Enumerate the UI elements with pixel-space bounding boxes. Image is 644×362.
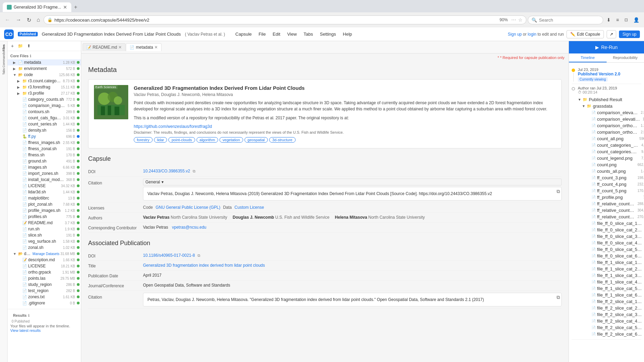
tree-item-description-md[interactable]: ▶ 📝 description.md 1.66 KB: [8, 257, 81, 263]
menu-capsule[interactable]: Capsule: [232, 30, 255, 38]
result-file-item[interactable]: 📄 file_ff_1_slice_cat_3.txt 334 B: [586, 272, 644, 279]
result-file-item[interactable]: 📄 comparison_elevatio... 1.3 MB: [586, 116, 644, 122]
capsule-github-link[interactable]: https://github.com/wenzeslaus/forestfrag…: [134, 124, 212, 129]
tree-item-zones[interactable]: ▶ 📄 zones.txt 1.61 KB: [8, 294, 81, 300]
result-file-item[interactable]: 📄 count.png 662.11 KB: [586, 161, 644, 168]
tree-item-zonal[interactable]: ▶ 📄 zonal.sh 1.02 KB: [8, 244, 81, 251]
result-file-item[interactable]: 📄 ff_count_5.png 170.65 KB: [586, 188, 644, 194]
tree-item-environment[interactable]: ▶ 📁 environment 572 B: [8, 65, 81, 72]
result-file-item[interactable]: 📄 file_ff_0_slice_cat_6.txt 462 B: [586, 253, 644, 259]
result-file-item[interactable]: 📄 file_ff_2_slice_cat_4.txt 628 B: [586, 318, 644, 324]
result-file-item[interactable]: 📄 ff_profile.png 7.4 KB: [586, 194, 644, 201]
tree-item-install-local[interactable]: ▶ 📄 install_local_modules.sh 368 B: [8, 177, 81, 183]
back-button[interactable]: ←: [3, 15, 12, 24]
tag-3d-structure[interactable]: 3d-structure: [269, 137, 296, 143]
result-file-item[interactable]: 📄 file_ff_1_slice_cat_6.txt 489 B: [586, 292, 644, 298]
window-icon[interactable]: ⊡: [622, 16, 630, 24]
tree-item-points[interactable]: ▶ 📄 points.las 29.75 MB: [8, 275, 81, 281]
file-tree-add-btn[interactable]: +: [10, 43, 15, 49]
tree-item-count-cats[interactable]: ▶ 📄 count_cats_figure.sh 3.01 KB: [8, 115, 81, 121]
result-file-item[interactable]: 📄 ff_relative_count_5... 270.42 KB: [586, 214, 644, 220]
tag-algorithm[interactable]: algorithm: [196, 137, 218, 143]
share-button[interactable]: ↗: [607, 30, 616, 38]
tree-item-ffness[interactable]: ▶ 📄 ffness.sh 170 B: [8, 152, 81, 158]
result-file-item[interactable]: 📄 count_all.png 596.2 KB: [586, 135, 644, 142]
sidebar-icon-commands[interactable]: Commands: [0, 54, 7, 65]
result-file-item[interactable]: 📄 file_ff_1_slice_cat_2.txt 431 B: [586, 266, 644, 272]
home-button[interactable]: ⌂: [35, 15, 42, 24]
browser-search-input[interactable]: [539, 17, 599, 23]
result-file-item[interactable]: 📄 file_ff_2_slice_cat_3.txt 651 B: [586, 311, 644, 318]
edit-capsule-button[interactable]: ✏️ Edit Capsule: [567, 30, 604, 38]
browser-tab-active[interactable]: Generalized 3D Fragme... ✕: [3, 2, 71, 12]
sidebar-icon-tabs[interactable]: Tabs: [0, 66, 7, 77]
result-file-item[interactable]: 📄 comparison_ortho.png 2.56 MB: [586, 129, 644, 135]
result-file-item[interactable]: 📄 file_ff_2_slice_cat_2.txt 427 B: [586, 305, 644, 311]
tag-geospatial[interactable]: geospatial: [245, 137, 268, 143]
result-file-item[interactable]: 📄 file_ff_0_slice_cat_1.txt 730 B: [586, 220, 644, 227]
tree-item-ffpy[interactable]: ▶ 🐍 ff.py 696 B: [8, 133, 81, 140]
tree-item-metadata[interactable]: ▶ 📄 metadata 1.28 KB: [8, 59, 81, 65]
menu-edit[interactable]: Edit: [269, 30, 284, 38]
menu-file[interactable]: File: [255, 30, 269, 38]
result-file-item[interactable]: 📄 count_legend.png 7.34 KB: [586, 155, 644, 161]
result-file-item[interactable]: 📄 file_ff_2_slice_cat_5.txt 648 B: [586, 324, 644, 331]
address-bar-input[interactable]: [55, 17, 496, 23]
tag-vegetation[interactable]: vegetation: [219, 137, 243, 143]
assoc-citation-copy-button[interactable]: ⧉: [557, 294, 560, 300]
result-file-item[interactable]: 📄 comparison_ortho_si... 1.37 MB: [586, 122, 644, 129]
tree-item-profile-images[interactable]: ▶ 📄 profile_images.sh 1.2 KB: [8, 207, 81, 214]
result-file-item[interactable]: 📄 file_ff_1_slice_cat_4.txt 650 B: [586, 279, 644, 285]
code-license-link[interactable]: GNU General Public License (GPL): [156, 205, 220, 210]
result-file-item[interactable]: 📄 ff_count_4.png 232.79 KB: [586, 181, 644, 188]
signup-button[interactable]: Sign up: [619, 31, 640, 38]
citation-copy-button[interactable]: ⧉: [557, 189, 560, 194]
result-file-item[interactable]: 📄 comparison_elevatio... 2.59 MB: [586, 109, 644, 116]
re-run-button[interactable]: ▶ Re-Run: [569, 41, 644, 53]
tab-close-icon[interactable]: ✕: [63, 4, 67, 10]
tree-item-ground[interactable]: ▶ 📄 ground.sh 491 B: [8, 158, 81, 164]
result-file-item[interactable]: 📄 file_ff_0_slice_cat_2.txt 410 B: [586, 227, 644, 233]
tag-lidar[interactable]: lidar: [154, 137, 167, 143]
result-file-item[interactable]: 📄 file_ff_2_slice_cat_6.txt 514 B: [586, 331, 644, 337]
result-file-item[interactable]: 📄 counts_all.png 1.44 MB: [586, 168, 644, 174]
result-file-item[interactable]: 📄 file_ff_1_slice_cat_1.txt 768 B: [586, 259, 644, 266]
tree-item-run[interactable]: ▶ 📄 run.sh 1.9 KB: [8, 226, 81, 232]
result-file-item[interactable]: 📄 ff_relative_count_3... 288.41 KB: [586, 201, 644, 207]
doi-copy-icon[interactable]: ⧉: [193, 169, 195, 173]
tree-item-plot-zonal[interactable]: ▶ 📄 plot_zonal.sh 7.68 KB: [8, 201, 81, 207]
doi-link[interactable]: 10.24433/CO.3986355.v2: [143, 169, 190, 173]
result-file-item[interactable]: 📄 count_categories_sim... 4.55 KB: [586, 142, 644, 148]
tab-metadata[interactable]: 📄 metadata ✕: [126, 43, 162, 51]
tab-timeline[interactable]: Timeline: [569, 53, 607, 62]
reload-button[interactable]: ↻: [25, 15, 33, 25]
tab-reproducibility[interactable]: Reproducibility: [607, 53, 644, 62]
result-file-item[interactable]: 📄 file_ff_1_slice_cat_5.txt 668 B: [586, 285, 644, 292]
assoc-doi-link[interactable]: 10.1186/s40965-017-0021-8: [143, 253, 195, 258]
new-tab-button[interactable]: +: [71, 3, 80, 12]
result-file-item[interactable]: 📄 count_categories.png 9.25 KB: [586, 148, 644, 155]
tree-item-density[interactable]: ▶ 📄 density.sh 156 B: [8, 127, 81, 133]
tree-item-comparison-images[interactable]: ▶ 📄 comparison_images.sh 5 KB: [8, 102, 81, 109]
tree-item-veg-surface[interactable]: ▶ 📄 veg_surface.sh 1.58 KB: [8, 238, 81, 244]
tab-readme[interactable]: 📝 README.md ✕: [83, 43, 126, 51]
assoc-doi-copy-icon[interactable]: ⧉: [198, 253, 200, 257]
menu-help[interactable]: Help: [339, 30, 356, 38]
result-file-item[interactable]: 📄 ff_count_3.png 198.24 KB: [586, 174, 644, 181]
result-file-item[interactable]: 📄 file_ff_2_slice_cat_1.txt 764 B: [586, 298, 644, 305]
tab-metadata-close-icon[interactable]: ✕: [154, 45, 158, 50]
bookmarks-icon[interactable]: ≡: [614, 16, 621, 24]
tree-item-import-zones[interactable]: ▶ 📄 import_zones.sh 398 B: [8, 170, 81, 177]
tree-item-license2[interactable]: ▶ 📄 LICENSE 18.21 KB: [8, 263, 81, 269]
tree-item-gitignore[interactable]: ▶ 📄 .gitignore 0 B: [8, 300, 81, 306]
view-latest-results-link[interactable]: View latest results: [10, 328, 40, 333]
login-link[interactable]: login: [528, 32, 536, 37]
result-file-item[interactable]: 📄 ff_relative_count_4... 304.17 KB: [586, 207, 644, 214]
result-file-item[interactable]: 📄 file_ff_0_slice_cat_3.txt 623 B: [586, 233, 644, 240]
tree-item-ortho[interactable]: ▶ 📄 ortho.grpack 1.91 MB: [8, 269, 81, 275]
tree-item-count-series[interactable]: ▶ 📄 count_series.sh 1.44 KB: [8, 121, 81, 127]
download-icon[interactable]: ⬇: [605, 16, 613, 24]
file-tree-folder-btn[interactable]: 📁: [16, 43, 24, 49]
tag-forestry[interactable]: forestry: [134, 137, 153, 143]
manage-datasets-link[interactable]: Manage Datasets: [33, 252, 59, 256]
